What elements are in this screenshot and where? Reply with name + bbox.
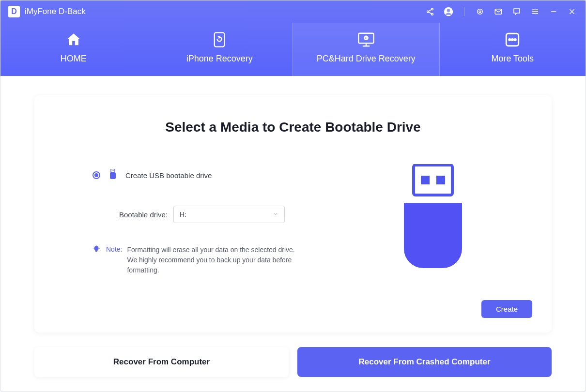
illustration-column <box>348 164 518 300</box>
nav-iphone-recovery[interactable]: iPhone Recovery <box>147 23 293 76</box>
note-label: Note: <box>106 245 122 275</box>
navbar: HOME iPhone Recovery PC&Hard Drive Recov… <box>0 23 586 76</box>
svg-point-23 <box>509 39 510 40</box>
nav-more-tools[interactable]: More Tools <box>440 23 586 76</box>
svg-rect-30 <box>95 251 97 252</box>
svg-point-6 <box>447 9 450 12</box>
svg-point-7 <box>478 9 483 15</box>
app-window: D iMyFone D-Back <box>0 0 586 392</box>
account-icon[interactable] <box>444 7 453 16</box>
drive-select[interactable]: H: <box>173 206 285 223</box>
create-button[interactable]: Create <box>481 300 532 318</box>
feedback-icon[interactable] <box>512 7 522 16</box>
svg-line-35 <box>99 246 99 246</box>
iphone-recovery-icon <box>213 30 226 50</box>
chevron-down-icon <box>273 211 278 218</box>
svg-point-25 <box>514 39 516 40</box>
main-card: Select a Media to Create Bootable Drive … <box>34 95 552 332</box>
home-icon <box>65 30 82 50</box>
titlebar: D iMyFone D-Back <box>0 0 586 23</box>
content-area: Select a Media to Create Bootable Drive … <box>0 76 586 392</box>
svg-rect-37 <box>421 176 430 184</box>
options-column: Create USB bootable drive Bootable drive… <box>68 164 348 300</box>
settings-icon[interactable] <box>475 7 485 16</box>
menu-icon[interactable] <box>530 7 540 16</box>
nav-pc-recovery[interactable]: PC&Hard Drive Recovery <box>293 23 440 76</box>
usb-small-icon <box>109 169 117 181</box>
card-heading: Select a Media to Create Bootable Drive <box>68 120 518 135</box>
note-row: Note: Formatting will erase all your dat… <box>93 245 348 275</box>
recover-from-computer-button[interactable]: Recover From Computer <box>34 347 289 377</box>
svg-rect-38 <box>436 176 445 184</box>
svg-rect-16 <box>215 32 224 46</box>
svg-line-4 <box>429 12 432 14</box>
drive-label: Bootable drive: <box>119 211 168 219</box>
svg-rect-26 <box>111 169 115 172</box>
svg-point-21 <box>366 37 366 38</box>
svg-point-24 <box>512 39 513 40</box>
titlebar-actions <box>425 7 577 16</box>
radio-selected-icon[interactable] <box>93 171 100 179</box>
bottom-action-row: Recover From Computer Recover From Crash… <box>34 347 552 377</box>
svg-line-3 <box>429 10 432 12</box>
drive-select-value: H: <box>180 211 186 218</box>
svg-rect-27 <box>112 170 113 171</box>
svg-rect-36 <box>414 165 452 195</box>
usb-option-label: Create USB bootable drive <box>125 171 212 180</box>
usb-drive-illustration-icon <box>401 164 464 270</box>
mail-icon[interactable] <box>493 7 503 16</box>
nav-home[interactable]: HOME <box>0 23 147 76</box>
minimize-icon[interactable] <box>549 7 558 16</box>
svg-point-8 <box>479 11 481 13</box>
nav-more-label: More Tools <box>491 54 534 64</box>
titlebar-divider <box>464 7 464 16</box>
svg-rect-28 <box>113 170 114 171</box>
app-title: iMyFone D-Back <box>25 7 86 16</box>
note-text: Formatting will erase all your data on t… <box>127 245 296 275</box>
svg-line-34 <box>93 246 94 246</box>
nav-home-label: HOME <box>61 54 87 64</box>
header: D iMyFone D-Back <box>0 0 586 76</box>
svg-rect-29 <box>110 172 116 179</box>
lightbulb-icon <box>93 245 101 275</box>
drive-select-row: Bootable drive: H: <box>93 206 348 223</box>
pc-recovery-icon <box>357 30 375 50</box>
nav-pc-label: PC&Hard Drive Recovery <box>317 54 416 64</box>
more-tools-icon <box>504 30 521 50</box>
recover-from-crashed-button[interactable]: Recover From Crashed Computer <box>297 347 552 377</box>
app-logo: D <box>8 6 20 17</box>
usb-option-row[interactable]: Create USB bootable drive <box>93 169 348 181</box>
nav-iphone-label: iPhone Recovery <box>186 54 253 64</box>
share-icon[interactable] <box>425 7 435 16</box>
close-icon[interactable] <box>567 7 577 16</box>
